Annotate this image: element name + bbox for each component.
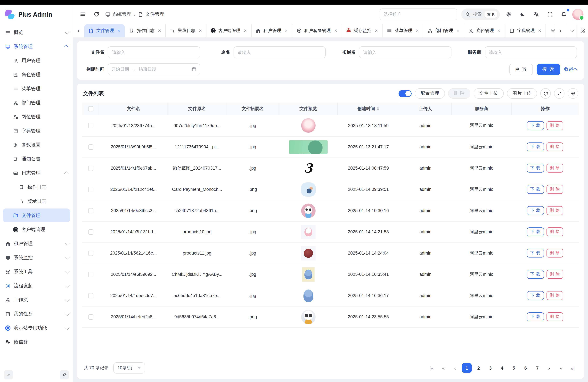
- sidebar-item-post-management[interactable]: 岗位管理: [0, 110, 73, 124]
- close-icon[interactable]: ✕: [285, 28, 288, 33]
- tab-login-log[interactable]: 登录日志✕: [166, 24, 207, 37]
- breadcrumb-file-management[interactable]: 文件管理: [138, 11, 164, 17]
- col-create-time[interactable]: 创建时间: [338, 103, 399, 115]
- close-icon[interactable]: ✕: [456, 28, 460, 33]
- file-upload-button[interactable]: 文件上传: [474, 88, 504, 99]
- tab-clipped[interactable]: [546, 24, 555, 37]
- sidebar-item-user-management[interactable]: 用户管理: [0, 54, 73, 68]
- tab-department-management[interactable]: 部门管理✕: [423, 24, 464, 37]
- global-search-button[interactable]: 搜索 ⌘ K: [461, 8, 500, 20]
- original-name-input[interactable]: [233, 46, 326, 58]
- sidebar-item-menu-management[interactable]: 菜单管理: [0, 82, 73, 96]
- sidebar-item-workflow[interactable]: 工作流: [0, 293, 73, 307]
- extension-input[interactable]: [359, 46, 451, 58]
- content-screenshot-button[interactable]: [577, 24, 588, 37]
- file-preview-thumbnail[interactable]: [301, 225, 315, 239]
- fast-prev-button[interactable]: «: [438, 363, 448, 373]
- page-number-6[interactable]: 6: [521, 363, 530, 373]
- sidebar-item-system-management[interactable]: 系统管理: [0, 40, 73, 54]
- download-button[interactable]: 下 载: [527, 185, 544, 194]
- sidebar-item-operation-log[interactable]: 操作日志: [0, 180, 73, 194]
- table-settings-button[interactable]: [568, 88, 578, 99]
- download-button[interactable]: 下 载: [527, 312, 544, 321]
- file-preview-thumbnail[interactable]: [301, 246, 315, 260]
- sidebar-item-department-management[interactable]: 部门管理: [0, 96, 73, 110]
- delete-button[interactable]: 删 除: [546, 270, 563, 279]
- first-page-button[interactable]: |«: [427, 363, 436, 373]
- download-button[interactable]: 下 载: [527, 291, 544, 300]
- fast-next-button[interactable]: »: [556, 363, 566, 373]
- breadcrumb-system-management[interactable]: 系统管理: [105, 11, 131, 17]
- row-checkbox[interactable]: [88, 314, 93, 319]
- sidebar-item-wechat-group[interactable]: 微信群: [0, 335, 73, 349]
- table-border-toggle[interactable]: [399, 90, 412, 97]
- config-management-button[interactable]: 配置管理: [415, 88, 445, 99]
- dark-mode-moon-icon[interactable]: [517, 9, 527, 19]
- user-avatar[interactable]: [572, 9, 583, 20]
- date-range-picker[interactable]: 开始日期 → 结束日期: [108, 64, 200, 75]
- tabs-scroll-right-button[interactable]: ›: [555, 24, 566, 37]
- last-page-button[interactable]: »|: [568, 363, 578, 373]
- row-checkbox[interactable]: [88, 293, 93, 298]
- filename-input[interactable]: [108, 46, 200, 58]
- sort-icon[interactable]: [377, 107, 379, 111]
- translate-icon[interactable]: [531, 9, 541, 19]
- delete-button[interactable]: 删 除: [546, 249, 563, 257]
- sidebar-item-dict-management[interactable]: 字典管理: [0, 124, 73, 138]
- close-icon[interactable]: ✕: [117, 28, 121, 33]
- page-number-5[interactable]: 5: [509, 363, 519, 373]
- tabs-dropdown-button[interactable]: [566, 24, 577, 37]
- reset-button[interactable]: 重 置: [509, 64, 533, 75]
- tab-file-management[interactable]: 文件管理✕: [84, 24, 125, 37]
- sidebar-item-role-management[interactable]: 角色管理: [0, 68, 73, 82]
- delete-button[interactable]: 删 除: [546, 227, 563, 236]
- tab-dict-management[interactable]: 字典管理✕: [505, 24, 546, 37]
- download-button[interactable]: 下 载: [527, 121, 544, 130]
- sidebar-item-system-monitor[interactable]: 系统监控: [0, 251, 73, 265]
- download-button[interactable]: 下 载: [527, 249, 544, 257]
- sidebar-item-system-tools[interactable]: 系统工具: [0, 265, 73, 279]
- tab-tenant-management[interactable]: 租户管理✕: [252, 24, 292, 37]
- tenant-select-input[interactable]: [379, 8, 457, 20]
- file-preview-thumbnail[interactable]: [301, 118, 315, 133]
- file-preview-thumbnail[interactable]: [301, 310, 315, 324]
- tab-operation-log[interactable]: 操作日志✕: [125, 24, 166, 37]
- provider-input[interactable]: [485, 46, 577, 58]
- download-button[interactable]: 下 载: [527, 206, 544, 215]
- tab-client-management[interactable]: 客户端管理✕: [207, 24, 251, 37]
- delete-button[interactable]: 删 除: [546, 185, 563, 194]
- row-checkbox[interactable]: [88, 123, 93, 128]
- next-page-button[interactable]: ›: [544, 363, 554, 373]
- tab-tenant-package-management[interactable]: 租户套餐管理✕: [292, 24, 342, 37]
- close-icon[interactable]: ✕: [497, 28, 501, 33]
- sidebar-item-file-management[interactable]: 文件管理: [3, 209, 70, 222]
- sidebar-item-notice[interactable]: 通知公告: [0, 152, 73, 166]
- row-checkbox[interactable]: [88, 144, 93, 149]
- file-preview-thumbnail[interactable]: [301, 182, 316, 196]
- file-preview-thumbnail[interactable]: [301, 203, 315, 218]
- hamburger-menu-icon[interactable]: [78, 9, 87, 19]
- sidebar-item-demo-features[interactable]: 演示站专用功能: [0, 321, 73, 335]
- batch-delete-button[interactable]: 删 除: [448, 88, 470, 99]
- sidebar-item-overview[interactable]: 概览: [0, 25, 73, 40]
- delete-button[interactable]: 删 除: [546, 121, 563, 130]
- delete-button[interactable]: 删 除: [546, 312, 563, 321]
- close-icon[interactable]: ✕: [538, 28, 541, 33]
- table-refresh-button[interactable]: [540, 88, 551, 99]
- file-preview-thumbnail[interactable]: 3: [301, 161, 315, 175]
- row-checkbox[interactable]: [88, 251, 93, 256]
- page-number-4[interactable]: 4: [497, 363, 507, 373]
- row-checkbox[interactable]: [88, 272, 93, 277]
- row-checkbox[interactable]: [88, 166, 93, 171]
- image-upload-button[interactable]: 图片上传: [507, 88, 537, 99]
- tabs-scroll-left-button[interactable]: ‹: [73, 24, 84, 37]
- row-checkbox[interactable]: [88, 229, 93, 234]
- tab-menu-management[interactable]: 菜单管理✕: [382, 24, 423, 37]
- fullscreen-icon[interactable]: [545, 9, 555, 19]
- close-icon[interactable]: ✕: [199, 28, 202, 33]
- delete-button[interactable]: 删 除: [546, 206, 563, 215]
- file-preview-thumbnail[interactable]: [301, 288, 315, 303]
- page-number-2[interactable]: 2: [474, 363, 483, 373]
- collapse-filter-link[interactable]: 收起: [564, 66, 577, 72]
- sidebar-item-log-management[interactable]: 日志管理: [0, 166, 73, 180]
